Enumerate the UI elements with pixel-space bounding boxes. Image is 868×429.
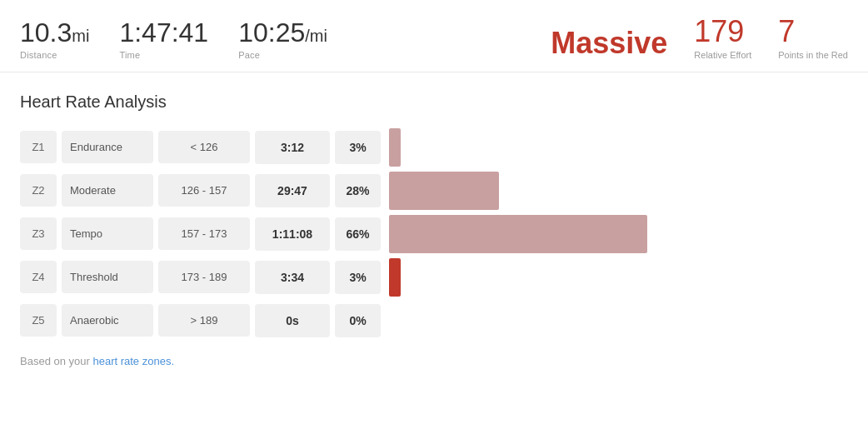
zone-range: 173 - 189 — [158, 261, 250, 293]
table-row: Z4 Threshold 173 - 189 3:34 3% — [20, 258, 848, 297]
zone-time: 3:34 — [255, 261, 330, 294]
relative-effort-block: 179 Relative Effort — [694, 15, 751, 60]
zone-time: 29:47 — [255, 174, 330, 207]
zone-range: < 126 — [158, 131, 250, 163]
zone-pct: 3% — [335, 261, 381, 294]
zone-range: > 189 — [158, 304, 250, 337]
heart-rate-zones-link[interactable]: heart rate zones. — [92, 355, 174, 367]
stat-value: 10:25/mi — [238, 18, 327, 47]
zone-range: 126 - 157 — [158, 174, 250, 207]
bar-container — [389, 258, 848, 297]
footer-text-before: Based on your — [20, 355, 92, 367]
zone-bar — [389, 172, 499, 210]
zone-pct: 28% — [335, 174, 381, 207]
zone-time: 0s — [255, 304, 330, 337]
zone-time: 1:11:08 — [255, 217, 330, 251]
zone-bar — [389, 128, 401, 167]
points-in-red-value: 7 — [778, 15, 848, 48]
points-in-red-block: 7 Points in the Red — [778, 15, 848, 60]
section-title: Heart Rate Analysis — [20, 92, 848, 112]
zone-time: 3:12 — [255, 131, 330, 164]
intensity-label: Massive — [551, 27, 667, 60]
stat-block-distance: 10.3mi Distance — [20, 18, 89, 59]
relative-effort-value: 179 — [694, 15, 751, 48]
zone-pct: 3% — [335, 131, 381, 164]
zone-name: Anaerobic — [62, 304, 153, 337]
header-stats: 10.3mi Distance 1:47:41 Time 10:25/mi Pa… — [20, 18, 327, 59]
header: 10.3mi Distance 1:47:41 Time 10:25/mi Pa… — [0, 0, 868, 72]
zone-tag: Z2 — [20, 174, 57, 207]
zone-bar — [389, 215, 647, 253]
stat-label: Pace — [238, 50, 327, 60]
header-right: Massive 179 Relative Effort 7 Points in … — [551, 15, 848, 60]
stat-value: 10.3mi — [20, 18, 89, 47]
zone-pct: 0% — [335, 304, 381, 337]
zone-name: Tempo — [62, 217, 153, 250]
table-row: Z2 Moderate 126 - 157 29:47 28% — [20, 172, 848, 210]
stat-block-time: 1:47:41 Time — [119, 18, 208, 59]
bar-container — [389, 215, 848, 253]
intensity-block: Massive — [551, 27, 667, 60]
bar-container — [389, 172, 848, 210]
heart-rate-table: Z1 Endurance < 126 3:12 3% Z2 Moderate 1… — [20, 128, 848, 340]
zone-tag: Z5 — [20, 304, 57, 337]
table-row: Z3 Tempo 157 - 173 1:11:08 66% — [20, 215, 848, 253]
stat-block-pace: 10:25/mi Pace — [238, 18, 327, 59]
table-row: Z5 Anaerobic > 189 0s 0% — [20, 302, 848, 340]
zone-pct: 66% — [335, 217, 381, 251]
stat-label: Distance — [20, 50, 89, 60]
table-row: Z1 Endurance < 126 3:12 3% — [20, 128, 848, 167]
zone-name: Threshold — [62, 261, 153, 293]
zone-range: 157 - 173 — [158, 217, 250, 250]
zone-tag: Z1 — [20, 131, 57, 163]
main-content: Heart Rate Analysis Z1 Endurance < 126 3… — [0, 72, 868, 384]
relative-effort-label: Relative Effort — [694, 50, 751, 60]
zone-tag: Z3 — [20, 217, 57, 250]
bar-container — [389, 128, 848, 167]
zone-bar — [389, 258, 401, 297]
bar-container — [389, 302, 848, 340]
stat-label: Time — [119, 50, 208, 60]
footer-note: Based on your heart rate zones. — [20, 355, 848, 367]
zone-tag: Z4 — [20, 261, 57, 293]
zone-name: Endurance — [62, 131, 153, 163]
stat-value: 1:47:41 — [119, 18, 208, 47]
zone-name: Moderate — [62, 174, 153, 207]
points-in-red-label: Points in the Red — [778, 50, 848, 60]
